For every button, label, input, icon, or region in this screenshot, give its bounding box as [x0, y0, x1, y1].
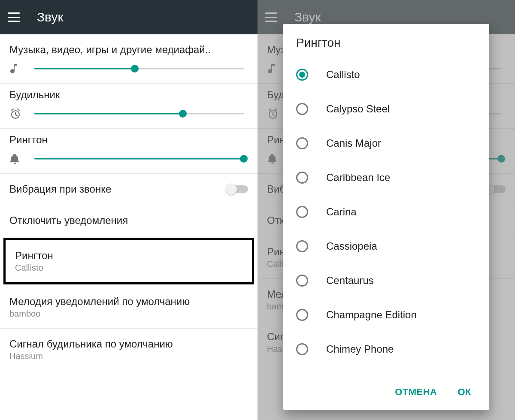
ringtone-option[interactable]: Chimey Phone: [296, 332, 476, 366]
ringtone-row-value: Callisto: [15, 263, 53, 273]
alarm-sound-value: Hassium: [9, 351, 173, 361]
ringtone-option-label: Callisto: [326, 69, 360, 81]
radio-icon: [296, 240, 308, 252]
radio-icon: [296, 206, 308, 218]
ok-button[interactable]: ОК: [450, 382, 479, 402]
alarm-sound-label: Сигнал будильника по умолчанию: [9, 338, 173, 350]
ringtone-row-label: Рингтон: [15, 250, 53, 262]
dnd-row[interactable]: Отключить уведомления: [0, 205, 258, 236]
ringtone-option[interactable]: Calypso Steel: [296, 92, 476, 126]
ringtone-option-label: Carina: [326, 206, 357, 218]
radio-icon: [296, 69, 308, 81]
ringtone-option[interactable]: Caribbean Ice: [296, 160, 476, 195]
vibrate-switch[interactable]: [226, 184, 248, 195]
appbar: Звук: [0, 0, 258, 34]
ringtone-option[interactable]: Champagne Edition: [296, 298, 476, 332]
ringtone-option-list: CallistoCalypso SteelCanis MajorCaribbea…: [283, 57, 489, 376]
ringtone-option-label: Caribbean Ice: [326, 172, 390, 184]
ringtone-volume-section: Рингтон: [0, 129, 258, 174]
radio-icon: [296, 309, 308, 321]
ringtone-option-label: Calypso Steel: [326, 103, 390, 115]
settings-screen-right: Звук Музыка, видео, игры и другие медиаф…: [258, 0, 515, 420]
vibrate-on-call-label: Вибрация при звонке: [9, 183, 111, 195]
alarm-sound-row[interactable]: Сигнал будильника по умолчанию Hassium: [0, 329, 258, 371]
radio-icon: [296, 137, 308, 149]
radio-icon: [296, 172, 308, 184]
ringtone-volume-slider[interactable]: [34, 154, 244, 163]
ringtone-option-label: Cassiopeia: [326, 240, 377, 252]
notification-sound-label: Мелодия уведомлений по умолчанию: [9, 296, 190, 308]
alarm-clock-icon: [9, 108, 25, 120]
dialog-title: Рингтон: [283, 24, 489, 57]
ringtone-option[interactable]: Carina: [296, 195, 476, 229]
ringtone-option[interactable]: Centaurus: [296, 263, 476, 298]
ringtone-option[interactable]: Callisto: [296, 57, 476, 92]
vibrate-on-call-row[interactable]: Вибрация при звонке: [0, 174, 258, 205]
settings-screen-left: Звук Музыка, видео, игры и другие медиаф…: [0, 0, 258, 420]
ringtone-option[interactable]: Canis Major: [296, 126, 476, 160]
music-note-icon: [9, 63, 25, 75]
ringtone-dialog: Рингтон CallistoCalypso SteelCanis Major…: [283, 24, 489, 410]
ringtone-row-highlight: Рингтон Callisto: [3, 238, 254, 284]
dnd-label: Отключить уведомления: [9, 215, 128, 227]
alarm-volume-section: Будильник: [0, 84, 258, 129]
ringtone-row[interactable]: Рингтон Callisto: [6, 240, 252, 282]
ringtone-option-label: Centaurus: [326, 275, 374, 287]
radio-icon: [296, 343, 308, 355]
ringtone-option-label: Chimey Phone: [326, 343, 394, 355]
cancel-button[interactable]: ОТМЕНА: [387, 382, 445, 402]
ringtone-option-label: Canis Major: [326, 137, 381, 149]
media-volume-label: Музыка, видео, игры и другие медиафай..: [9, 44, 248, 56]
menu-icon[interactable]: [8, 12, 20, 22]
notification-sound-value: bamboo: [9, 309, 190, 319]
media-volume-slider[interactable]: [34, 64, 244, 73]
page-title: Звук: [37, 10, 64, 24]
alarm-volume-slider[interactable]: [34, 109, 244, 118]
ringtone-option[interactable]: Cassiopeia: [296, 229, 476, 263]
ringtone-option-label: Champagne Edition: [326, 309, 417, 321]
ringtone-volume-label: Рингтон: [9, 134, 248, 146]
media-volume-section: Музыка, видео, игры и другие медиафай..: [0, 39, 258, 84]
radio-icon: [296, 103, 308, 115]
bell-icon: [9, 153, 25, 165]
alarm-volume-label: Будильник: [9, 89, 248, 101]
notification-sound-row[interactable]: Мелодия уведомлений по умолчанию bamboo: [0, 286, 258, 329]
radio-icon: [296, 275, 308, 287]
